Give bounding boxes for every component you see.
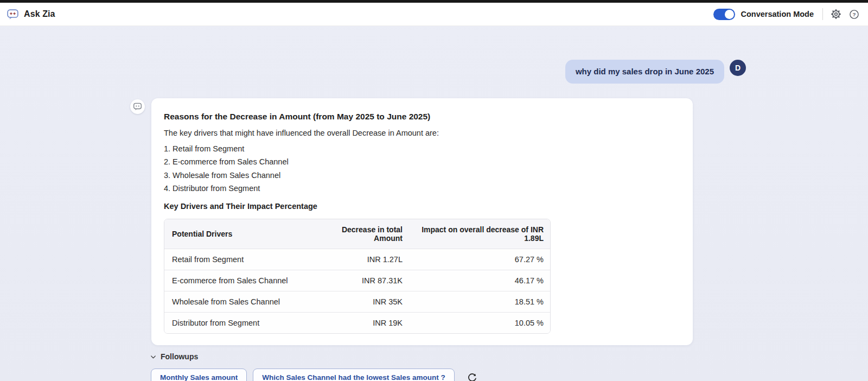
table-cell: E-commerce from Sales Channel: [164, 270, 304, 291]
user-avatar: D: [730, 60, 746, 76]
drivers-list: 1. Retail from Segment2. E-commerce from…: [164, 142, 680, 195]
table-cell: 67.27 %: [410, 249, 551, 270]
table-row: Retail from SegmentINR 1.27L67.27 %: [164, 249, 551, 270]
driver-list-item: 1. Retail from Segment: [164, 142, 680, 155]
help-icon[interactable]: ?: [849, 9, 859, 20]
table-cell: 46.17 %: [410, 270, 551, 291]
followup-chips-row: Monthly Sales amountWhich Sales Channel …: [151, 369, 477, 381]
toggle-knob: [725, 10, 734, 19]
driver-list-item: 2. E-commerce from Sales Channel: [164, 155, 680, 168]
impact-table: Potential DriversDecrease in total Amoun…: [164, 219, 551, 334]
table-row: Distributor from SegmentINR 19K10.05 %: [164, 312, 551, 333]
user-message-row: why did my sales drop in June 2025 D: [0, 60, 868, 84]
assistant-answer-card: Reasons for the Decrease in Amount (from…: [151, 98, 693, 345]
table-cell: INR 87.31K: [304, 270, 410, 291]
table-column-header: Potential Drivers: [164, 219, 304, 249]
conversation-mode-toggle[interactable]: [713, 9, 735, 20]
chat-area: why did my sales drop in June 2025 D Rea…: [0, 26, 868, 381]
table-cell: Retail from Segment: [164, 249, 304, 270]
table-header-row: Potential DriversDecrease in total Amoun…: [164, 219, 551, 249]
table-cell: 18.51 %: [410, 291, 551, 312]
refresh-icon: [467, 372, 477, 381]
driver-list-item: 4. Distributor from Segment: [164, 182, 680, 195]
followups-label: Followups: [161, 352, 198, 361]
answer-intro: The key drivers that might have influenc…: [164, 129, 680, 137]
table-cell: INR 19K: [304, 312, 410, 333]
app-header: Ask Zia Conversation Mode: [0, 3, 868, 26]
followup-chip[interactable]: Which Sales Channel had the lowest Sales…: [253, 369, 455, 381]
followup-chip[interactable]: Monthly Sales amount: [151, 369, 247, 381]
table-cell: 10.05 %: [410, 312, 551, 333]
zia-bot-avatar: [130, 99, 145, 114]
user-message-bubble: why did my sales drop in June 2025: [565, 60, 724, 84]
table-column-header: Impact on overall decrease of INR 1.89L: [410, 219, 551, 249]
conversation-mode-label: Conversation Mode: [741, 10, 814, 18]
table-cell: Wholesale from Sales Channel: [164, 291, 304, 312]
followups-toggle[interactable]: Followups: [150, 352, 198, 361]
table-row: E-commerce from Sales ChannelINR 87.31K4…: [164, 270, 551, 291]
refresh-followups-button[interactable]: [467, 372, 477, 381]
table-cell: INR 35K: [304, 291, 410, 312]
table-cell: Distributor from Segment: [164, 312, 304, 333]
driver-list-item: 3. Wholesale from Sales Channel: [164, 169, 680, 182]
chevron-down-icon: [150, 353, 157, 360]
table-heading: Key Drivers and Their Impact Percentage: [164, 202, 680, 211]
table-column-header: Decrease in total Amount: [304, 219, 410, 249]
settings-gear-icon[interactable]: [831, 9, 841, 20]
page-title: Ask Zia: [24, 9, 55, 19]
svg-text:?: ?: [852, 11, 856, 17]
table-cell: INR 1.27L: [304, 249, 410, 270]
answer-title: Reasons for the Decrease in Amount (from…: [164, 112, 680, 122]
zia-face-icon: [133, 102, 142, 111]
zia-bubble-icon: [7, 8, 19, 21]
table-row: Wholesale from Sales ChannelINR 35K18.51…: [164, 291, 551, 312]
header-divider: [822, 8, 823, 20]
